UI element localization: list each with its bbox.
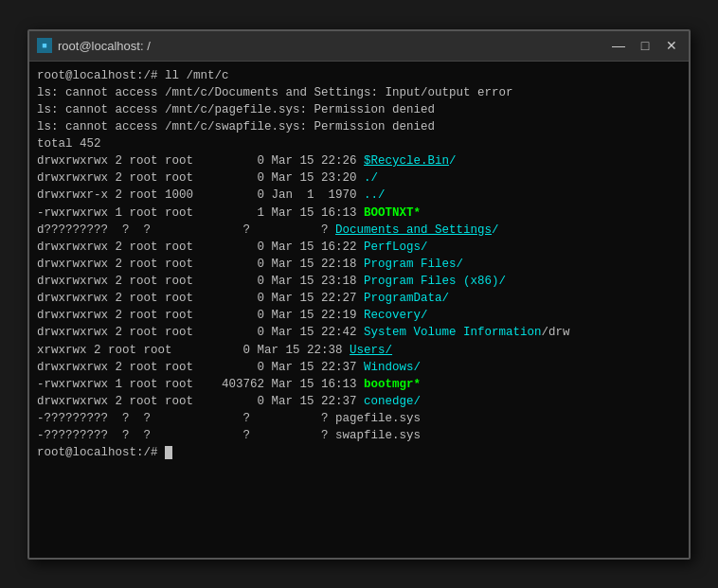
terminal-line: drwxrwxrwx 2 root root 0 Mar 15 22:19 Re… [37, 307, 681, 324]
terminal-text: drwxrwxr-x 2 root 1000 0 Jan 1 1970 [37, 188, 364, 202]
terminal-text: System Volume Information [364, 326, 542, 339]
terminal-line: drwxrwxrwx 2 root root 0 Mar 15 16:22 Pe… [37, 239, 681, 256]
terminal-text: d????????? ? ? ? ? [37, 223, 335, 237]
terminal-line: d????????? ? ? ? ? Documents and Setting… [37, 222, 681, 239]
terminal-text: ls: cannot access /mnt/c/pagefile.sys: P… [37, 103, 435, 116]
terminal-text: Users/ [350, 344, 392, 357]
title-bar: ■ root@localhost: / — □ ✕ [29, 31, 689, 62]
terminal-line: drwxrwxrwx 2 root root 0 Mar 15 22:42 Sy… [37, 324, 681, 341]
terminal-line: ls: cannot access /mnt/c/pagefile.sys: P… [37, 101, 681, 118]
terminal-line: total 452 [37, 135, 681, 152]
terminal-text: drwxrwxrwx 2 root root 0 Mar 15 22:37 [37, 395, 364, 408]
close-button[interactable]: ✕ [662, 36, 681, 55]
terminal-line: drwxrwxrwx 2 root root 0 Mar 15 23:20 ./ [37, 169, 681, 187]
terminal-text: Recovery/ [364, 309, 428, 322]
terminal-text: drwxrwxrwx 2 root root 0 Mar 15 22:18 [37, 258, 364, 271]
terminal-line: drwxrwxrwx 2 root root 0 Mar 15 22:27 Pr… [37, 290, 681, 307]
window-controls: — □ ✕ [609, 36, 681, 55]
terminal-text: bootmgr* [364, 378, 421, 391]
terminal-line: -rwxrwxrwx 1 root root 1 Mar 15 16:13 BO… [37, 205, 681, 222]
terminal-text: total 452 [37, 137, 101, 151]
terminal-line: -????????? ? ? ? ? swapfile.sys [37, 427, 681, 444]
terminal-text: / [492, 223, 499, 237]
terminal-text: root@localhost:/# [37, 446, 165, 459]
terminal-text: -rwxrwxrwx 1 root root 403762 Mar 15 16:… [37, 378, 364, 391]
terminal-body[interactable]: root@localhost:/# ll /mnt/cls: cannot ac… [29, 62, 689, 558]
terminal-text: ../ [364, 188, 386, 202]
terminal-cursor [165, 446, 172, 459]
terminal-line: drwxrwxrwx 2 root root 0 Mar 15 22:37 Wi… [37, 359, 681, 376]
terminal-text: Windows/ [364, 361, 421, 374]
maximize-button[interactable]: □ [636, 36, 655, 55]
window-icon: ■ [37, 38, 52, 53]
terminal-line: xrwxrwx 2 root root 0 Mar 15 22:38 Users… [37, 342, 681, 359]
terminal-text: / [449, 154, 457, 168]
terminal-text: drwxrwxrwx 2 root root 0 Mar 15 22:26 [37, 154, 364, 168]
minimize-button[interactable]: — [609, 36, 628, 55]
terminal-text: $Recycle.Bin [364, 154, 449, 168]
terminal-line: drwxrwxrwx 2 root root 0 Mar 15 22:18 Pr… [37, 256, 681, 273]
terminal-text: ls: cannot access /mnt/c/Documents and S… [37, 86, 513, 99]
terminal-line: drwxrwxrwx 2 root root 0 Mar 15 22:26 $R… [37, 152, 681, 169]
terminal-text: conedge/ [364, 395, 421, 408]
terminal-text: drwxrwxrwx 2 root root 0 Mar 15 23:20 [37, 171, 364, 185]
terminal-text: drwxrwxrwx 2 root root 0 Mar 15 22:37 [37, 361, 364, 374]
terminal-text: Program Files/ [364, 258, 463, 271]
terminal-text: root@localhost:/# ll /mnt/c [37, 69, 229, 82]
terminal-text: -????????? ? ? ? ? swapfile.sys [37, 429, 421, 442]
terminal-line: drwxrwxrwx 2 root root 0 Mar 15 23:18 Pr… [37, 273, 681, 290]
terminal-line: root@localhost:/# [37, 444, 681, 461]
terminal-text: PerfLogs/ [364, 241, 428, 254]
terminal-text: drwxrwxrwx 2 root root 0 Mar 15 22:19 [37, 309, 364, 322]
terminal-text: ./ [364, 171, 378, 185]
terminal-line: -rwxrwxrwx 1 root root 403762 Mar 15 16:… [37, 376, 681, 393]
terminal-text: -rwxrwxrwx 1 root root 1 Mar 15 16:13 [37, 206, 364, 220]
terminal-text: ProgramData/ [364, 292, 449, 305]
terminal-text: BOOTNXT* [364, 206, 421, 220]
terminal-text: drwxrwxrwx 2 root root 0 Mar 15 23:18 [37, 275, 364, 288]
terminal-text: drwxrwxrwx 2 root root 0 Mar 15 22:27 [37, 292, 364, 305]
window-title: root@localhost: / [58, 39, 609, 53]
terminal-text: /drw [542, 326, 570, 339]
terminal-line: drwxrwxrwx 2 root root 0 Mar 15 22:37 co… [37, 393, 681, 410]
terminal-text: xrwxrwx 2 root root 0 Mar 15 22:38 [37, 344, 350, 357]
terminal-line: ls: cannot access /mnt/c/Documents and S… [37, 84, 681, 101]
terminal-line: drwxrwxr-x 2 root 1000 0 Jan 1 1970 ../ [37, 187, 681, 204]
terminal-text: drwxrwxrwx 2 root root 0 Mar 15 16:22 [37, 241, 364, 254]
terminal-line: root@localhost:/# ll /mnt/c [37, 67, 681, 84]
terminal-text: -????????? ? ? ? ? pagefile.sys [37, 412, 421, 425]
terminal-text: Program Files (x86)/ [364, 275, 506, 288]
terminal-line: -????????? ? ? ? ? pagefile.sys [37, 410, 681, 427]
terminal-window: ■ root@localhost: / — □ ✕ root@localhost… [27, 29, 691, 560]
terminal-text: Documents and Settings [335, 223, 492, 237]
terminal-text: ls: cannot access /mnt/c/swapfile.sys: P… [37, 120, 435, 134]
terminal-text: drwxrwxrwx 2 root root 0 Mar 15 22:42 [37, 326, 364, 339]
terminal-line: ls: cannot access /mnt/c/swapfile.sys: P… [37, 118, 681, 135]
